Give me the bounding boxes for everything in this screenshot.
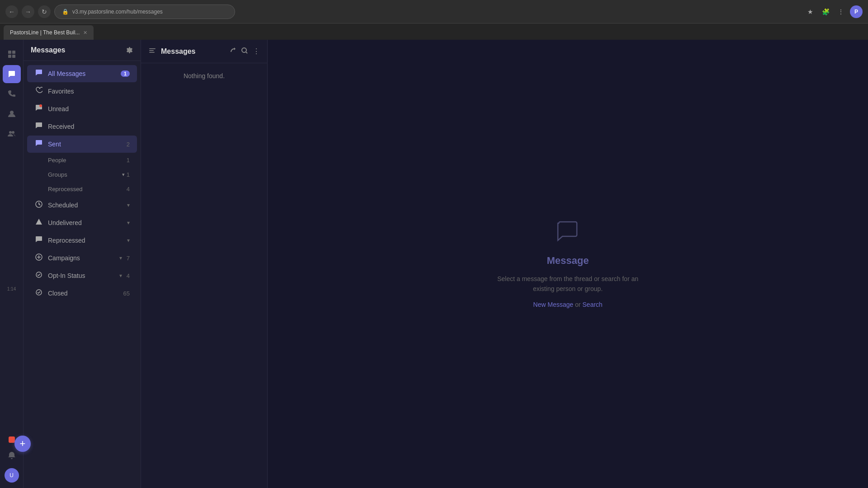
sent-icon: [34, 140, 43, 149]
back-button[interactable]: ←: [5, 5, 18, 18]
nav-user-avatar[interactable]: U: [5, 468, 19, 483]
favorites-icon: [34, 87, 43, 96]
sidebar-item-opt-in-status[interactable]: Opt-In Status ▾ 4: [27, 267, 137, 284]
sub-count-reprocessed: 4: [127, 186, 130, 192]
sidebar-item-reprocessed[interactable]: Reprocessed ▾: [27, 232, 137, 249]
fab-button[interactable]: +: [14, 436, 31, 452]
closed-icon: [34, 289, 43, 298]
tab-close-button[interactable]: ✕: [83, 30, 87, 36]
scheduled-chevron-icon: ▾: [127, 202, 130, 208]
lock-icon: 🔒: [62, 9, 69, 15]
campaigns-count: 7: [127, 255, 130, 262]
address-bar[interactable]: 🔒 v3.my.pastorsline.com/hub/messages: [54, 5, 235, 19]
more-options-icon[interactable]: ⋮: [253, 47, 260, 56]
sidebar-item-label: Favorites: [48, 88, 130, 95]
svg-point-7: [39, 104, 42, 107]
svg-rect-0: [8, 51, 11, 54]
sidebar-item-label: Campaigns: [48, 254, 115, 262]
sidebar-item-label: Received: [48, 123, 130, 130]
sidebar-item-label: Sent: [48, 141, 122, 148]
sidebar-item-label: Closed: [48, 290, 119, 297]
svg-point-6: [12, 131, 14, 134]
scheduled-icon: [34, 201, 43, 210]
campaigns-chevron-icon: ▾: [119, 255, 122, 261]
svg-rect-16: [149, 48, 156, 49]
opt-in-count: 4: [127, 272, 130, 279]
sidebar-item-campaigns[interactable]: Campaigns ▾ 7: [27, 249, 137, 267]
sidebar-item-label: Opt-In Status: [48, 272, 115, 279]
sidebar-header-icons: [125, 46, 133, 54]
closed-count: 65: [123, 290, 130, 297]
svg-rect-18: [149, 52, 155, 53]
nav-status-dot: [9, 436, 15, 443]
extensions-icon[interactable]: 🧩: [819, 5, 832, 18]
sub-label-groups: Groups: [48, 171, 122, 178]
nav-time: 1:14: [7, 286, 16, 291]
undelivered-chevron-icon: ▾: [127, 220, 130, 226]
received-icon: [34, 122, 43, 131]
sidebar-header: Messages: [24, 40, 141, 61]
fab-icon: +: [20, 438, 26, 450]
nothing-found-text: Nothing found.: [141, 63, 267, 89]
nav-phone-icon[interactable]: [3, 85, 21, 103]
nav-messages-icon[interactable]: [3, 65, 21, 83]
sidebar-item-favorites[interactable]: Favorites: [27, 83, 137, 100]
svg-rect-1: [12, 51, 15, 54]
sidebar-item-undelivered[interactable]: Undelivered ▾: [27, 214, 137, 231]
message-panel-header: Messages ⋮: [141, 40, 267, 63]
nav-person-icon[interactable]: [3, 105, 21, 123]
sidebar-item-unread[interactable]: Unread: [27, 100, 137, 117]
share-icon[interactable]: [228, 46, 236, 56]
campaigns-icon: [34, 253, 43, 263]
svg-rect-3: [12, 55, 15, 58]
sidebar-item-all-messages[interactable]: All Messages 1: [27, 65, 137, 82]
placeholder-title: Message: [547, 255, 589, 267]
unread-icon: [34, 104, 43, 113]
new-message-link[interactable]: New Message: [533, 301, 573, 308]
tab-label: PastorsLine | The Best Buil...: [10, 29, 80, 36]
svg-point-4: [10, 111, 14, 114]
message-placeholder-icon: [556, 220, 580, 248]
svg-point-19: [242, 48, 246, 52]
panel-title: Messages: [161, 47, 224, 56]
sidebar-item-label: Undelivered: [48, 219, 123, 226]
browser-profile-avatar[interactable]: P: [850, 5, 863, 18]
message-panel: Messages ⋮ Nothing found.: [141, 40, 268, 488]
placeholder-links: New Message or Search: [533, 301, 602, 308]
forward-button[interactable]: →: [22, 5, 34, 18]
settings-icon[interactable]: [125, 46, 133, 54]
sidebar-item-closed[interactable]: Closed 65: [27, 285, 137, 302]
sidebar-subitem-reprocessed[interactable]: Reprocessed 4: [27, 182, 137, 196]
svg-point-5: [9, 131, 12, 134]
refresh-button[interactable]: ↻: [38, 5, 51, 18]
sidebar-item-scheduled[interactable]: Scheduled ▾: [27, 197, 137, 214]
tab-bar: PastorsLine | The Best Buil... ✕: [0, 23, 868, 40]
settings-icon[interactable]: ⋮: [835, 5, 847, 18]
nav-grid-icon[interactable]: [3, 45, 21, 63]
sidebar-item-label: All Messages: [48, 70, 116, 77]
sidebar-item-received[interactable]: Received: [27, 118, 137, 135]
sidebar-subitem-people[interactable]: People 1: [27, 153, 137, 167]
browser-chrome: ← → ↻ 🔒 v3.my.pastorsline.com/hub/messag…: [0, 0, 868, 23]
bookmark-icon[interactable]: ★: [804, 5, 816, 18]
sidebar-item-label: Unread: [48, 105, 130, 113]
reprocessed-chevron-icon: ▾: [127, 237, 130, 244]
sidebar-nav: All Messages 1 Favorites: [24, 61, 141, 488]
sidebar-item-sent[interactable]: Sent 2: [27, 136, 137, 153]
nav-group-icon[interactable]: [3, 125, 21, 143]
main-content: Message Select a message from the thread…: [268, 40, 868, 488]
all-messages-icon: [34, 69, 43, 78]
svg-point-10: [38, 223, 39, 224]
placeholder-description: Select a message from the thread or sear…: [497, 274, 638, 294]
sidebar-subitem-groups[interactable]: Groups ▾ 1: [27, 168, 137, 182]
sent-count: 2: [127, 141, 130, 148]
search-link[interactable]: Search: [582, 301, 602, 308]
browser-tab[interactable]: PastorsLine | The Best Buil... ✕: [4, 25, 94, 40]
opt-in-icon: [34, 271, 43, 280]
search-icon[interactable]: [241, 47, 248, 56]
sidebar-item-label: Scheduled: [48, 202, 123, 209]
sidebar-title: Messages: [31, 46, 66, 54]
panel-toggle-icon[interactable]: [148, 47, 156, 56]
undelivered-icon: [34, 218, 43, 227]
sidebar: Messages All Messages 1: [24, 40, 141, 488]
